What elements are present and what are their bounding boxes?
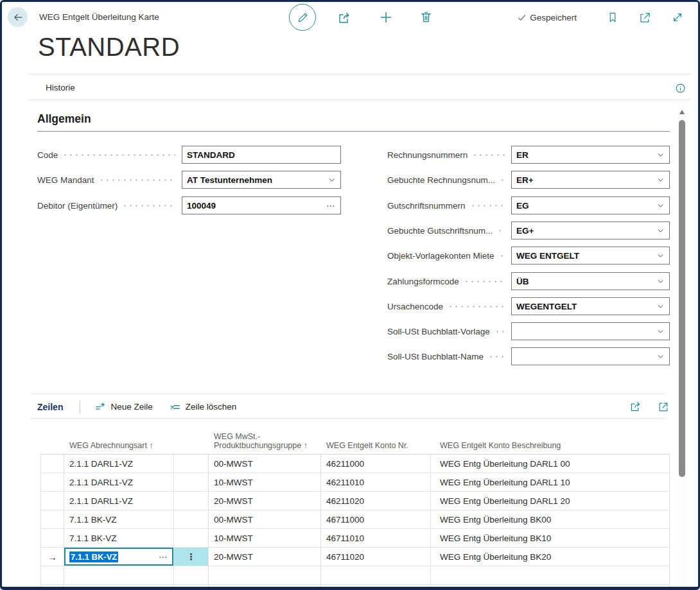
cell-abrechnungsart[interactable]: 7.1.1 BK-VZ: [64, 510, 174, 528]
column-header-abrechnungsart[interactable]: WEG Abrechnungsart ↑: [64, 428, 174, 454]
edit-button[interactable]: [289, 4, 316, 31]
row-selector-cell[interactable]: [40, 473, 64, 491]
chevron-down-icon[interactable]: [656, 151, 665, 159]
cell-beschreibung[interactable]: WEG Entg Überleitung DARL1 20: [431, 492, 670, 510]
table-row[interactable]: 7.1.1 BK-VZ 00-MWST 46711000 WEG Entg Üb…: [40, 510, 670, 529]
gebuchte-rechnungsnummern-dropdown[interactable]: ER+: [511, 171, 670, 189]
cell-mwst[interactable]: 20-MWST: [209, 492, 321, 510]
objekt-vorlagekonten-dropdown[interactable]: WEG ENTGELT: [511, 247, 670, 265]
new-record-button[interactable]: [378, 10, 394, 25]
cell-konto-nr[interactable]: 46211020: [321, 492, 431, 510]
cell-konto-nr[interactable]: [321, 566, 431, 584]
cell-beschreibung[interactable]: WEG Entg Überleitung DARL1 00: [431, 455, 670, 473]
chevron-down-icon[interactable]: [656, 352, 665, 361]
chevron-down-icon[interactable]: [656, 227, 665, 235]
cell-konto-nr[interactable]: 46711020: [321, 548, 431, 566]
cell-mwst[interactable]: 00-MWST: [209, 510, 321, 528]
delete-line-button[interactable]: Zeile löschen: [170, 401, 237, 413]
table-row[interactable]: 2.1.1 DARL1-VZ 20-MWST 46211020 WEG Entg…: [40, 492, 670, 510]
abrechnungsart-edit-input[interactable]: 7.1.1 BK-VZ ⋯: [64, 548, 173, 566]
cell-konto-nr[interactable]: 46211010: [321, 473, 431, 491]
cell-beschreibung[interactable]: WEG Entg Überleitung BK00: [431, 510, 670, 528]
cell-rowmenu[interactable]: [174, 492, 209, 510]
share-button[interactable]: [337, 10, 352, 26]
vertical-scrollbar[interactable]: [678, 103, 687, 585]
table-row-empty[interactable]: [40, 585, 670, 590]
new-line-button[interactable]: Neue Zeile: [94, 401, 152, 413]
share-lines-button[interactable]: [629, 400, 642, 413]
cell-abrechnungsart[interactable]: [64, 566, 174, 584]
soll-ust-name-dropdown[interactable]: [511, 347, 670, 365]
lookup-ellipsis-icon[interactable]: ⋯: [326, 200, 336, 211]
cell-beschreibung[interactable]: WEG Entg Überleitung DARL1 10: [431, 473, 670, 491]
column-header-mwst[interactable]: WEG MwSt.-Produktbuchungsgruppe ↑: [209, 428, 321, 454]
cell-konto-nr[interactable]: 46211000: [321, 455, 431, 473]
cell-rowmenu[interactable]: [174, 529, 209, 547]
cell-rowmenu[interactable]: [174, 510, 209, 528]
cell-rowmenu[interactable]: [174, 455, 209, 473]
cell-konto-nr[interactable]: [321, 585, 431, 590]
zahlungsformcode-dropdown[interactable]: ÜB: [511, 272, 670, 290]
cell-rowmenu[interactable]: [174, 473, 209, 491]
scrollbar-thumb[interactable]: [679, 120, 685, 477]
cell-konto-nr[interactable]: 46711010: [321, 529, 431, 547]
section-heading-allgemein[interactable]: Allgemein: [37, 112, 91, 126]
row-menu-button[interactable]: ⋮: [174, 548, 209, 566]
code-input[interactable]: STANDARD: [182, 146, 341, 164]
menu-item-historie[interactable]: Historie: [46, 83, 75, 92]
table-row-empty[interactable]: [40, 566, 670, 585]
delete-record-button[interactable]: [419, 10, 433, 24]
chevron-down-icon[interactable]: [656, 202, 665, 210]
ursachencode-dropdown[interactable]: WEGENTGELT: [511, 297, 670, 315]
cell-mwst[interactable]: 10-MWST: [209, 529, 321, 547]
cell-abrechnungsart[interactable]: 7.1.1 BK-VZ: [64, 529, 174, 547]
debitor-input[interactable]: 100049 ⋯: [182, 196, 341, 214]
bookmark-button[interactable]: [606, 11, 619, 24]
row-selector-cell[interactable]: [40, 510, 64, 528]
info-button[interactable]: [675, 83, 686, 94]
chevron-down-icon[interactable]: [656, 302, 665, 311]
chevron-down-icon[interactable]: [328, 176, 336, 184]
gutschriftsnummern-dropdown[interactable]: EG: [511, 196, 670, 214]
chevron-down-icon[interactable]: [656, 277, 665, 286]
table-row[interactable]: 2.1.1 DARL1-VZ 00-MWST 46211000 WEG Entg…: [40, 455, 670, 473]
row-selector-cell[interactable]: [40, 529, 64, 547]
cell-abrechnungsart[interactable]: 2.1.1 DARL1-VZ: [64, 455, 174, 473]
lines-heading[interactable]: Zeilen: [37, 402, 63, 412]
open-new-window-button[interactable]: [638, 11, 652, 24]
cell-mwst[interactable]: 20-MWST: [209, 548, 321, 566]
pencil-icon: [297, 12, 309, 24]
row-selector-cell[interactable]: [40, 492, 64, 510]
cell-mwst[interactable]: [209, 585, 321, 590]
chevron-down-icon[interactable]: [656, 252, 665, 260]
soll-ust-vorlage-dropdown[interactable]: [511, 322, 670, 340]
cell-abrechnungsart[interactable]: 2.1.1 DARL1-VZ: [64, 473, 174, 491]
cell-beschreibung[interactable]: [431, 585, 670, 590]
column-header-beschreibung[interactable]: WEG Entgelt Konto Beschreibung: [431, 428, 670, 454]
chevron-down-icon[interactable]: [656, 327, 665, 336]
cell-abrechnungsart[interactable]: [64, 585, 174, 590]
chevron-down-icon[interactable]: [656, 176, 665, 184]
cell-abrechnungsart[interactable]: 2.1.1 DARL1-VZ: [64, 492, 174, 510]
rechnungsnummern-dropdown[interactable]: ER: [511, 146, 670, 164]
cell-konto-nr[interactable]: 46711000: [321, 510, 431, 528]
lookup-ellipsis-icon[interactable]: ⋯: [159, 551, 168, 562]
column-header-konto-nr[interactable]: WEG Entgelt Konto Nr.: [321, 428, 431, 454]
dotted-leader: [99, 179, 175, 181]
expand-button[interactable]: [671, 11, 684, 24]
scrollbar-up-arrow[interactable]: [679, 110, 685, 114]
cell-mwst[interactable]: 10-MWST: [209, 473, 321, 491]
gebuchte-gutschriftsnummern-dropdown[interactable]: EG+: [511, 221, 670, 239]
table-row[interactable]: 7.1.1 BK-VZ 10-MWST 46711010 WEG Entg Üb…: [40, 529, 670, 548]
weg-mandant-dropdown[interactable]: AT Testunternehmen: [182, 171, 341, 189]
open-in-excel-button[interactable]: [656, 400, 670, 413]
row-selector-cell[interactable]: [40, 455, 64, 473]
cell-beschreibung[interactable]: [431, 566, 670, 584]
cell-mwst[interactable]: [209, 566, 321, 584]
cell-beschreibung[interactable]: WEG Entg Überleitung BK10: [431, 529, 670, 547]
table-row[interactable]: 2.1.1 DARL1-VZ 10-MWST 46211010 WEG Entg…: [40, 473, 670, 492]
back-button[interactable]: [8, 7, 28, 27]
cell-mwst[interactable]: 00-MWST: [209, 455, 321, 473]
table-row-active[interactable]: → 7.1.1 BK-VZ ⋯ ⋮ 20-MWST 46711020 WEG E…: [40, 548, 670, 566]
cell-beschreibung[interactable]: WEG Entg Überleitung BK20: [431, 548, 670, 566]
